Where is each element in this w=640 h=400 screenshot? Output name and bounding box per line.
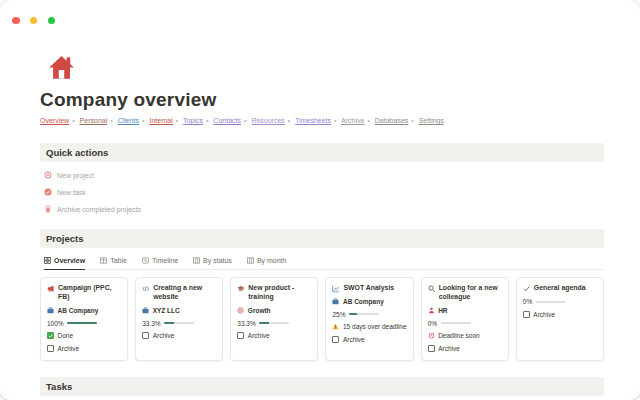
tab-table[interactable]: Table (100, 257, 127, 269)
tab-overview[interactable]: Overview (44, 257, 85, 270)
tab-label: Overview (54, 257, 85, 264)
archive-label: Archive (153, 332, 175, 339)
nav-separator: • (288, 117, 290, 124)
section-heading-projects: Projects (40, 229, 604, 248)
nav-separator: • (206, 117, 208, 124)
grid-icon (44, 257, 51, 264)
archive-checkbox[interactable] (142, 332, 149, 339)
tab-by-month[interactable]: By month (247, 257, 287, 269)
nav-link-timesheets[interactable]: Timesheets (295, 117, 331, 124)
done-label: Done (58, 332, 74, 339)
progress-label: 0% (428, 320, 437, 327)
quick-action-new-project[interactable]: New project (44, 171, 604, 179)
nav-link-personal[interactable]: Personal (80, 117, 108, 124)
tab-timeline[interactable]: Timeline (142, 257, 178, 269)
nav-separator: • (110, 117, 112, 124)
traffic-light-minimize-button[interactable] (30, 17, 38, 25)
quick-action-archive-completed[interactable]: Archive completed projects (44, 205, 604, 213)
graduation-cap-icon (237, 285, 245, 293)
nav-link-topics[interactable]: Topics (183, 117, 203, 124)
project-card-training[interactable]: New product - training Growth 33.3% (230, 277, 318, 361)
nav-separator: • (244, 117, 246, 124)
archive-label: Archive (438, 345, 460, 352)
nav-separator: • (367, 117, 369, 124)
nav-link-archive[interactable]: Archive (341, 117, 364, 124)
timeline-icon (142, 257, 149, 264)
section-heading-label: Projects (46, 233, 84, 244)
quick-action-label: New project (57, 172, 94, 179)
trash-icon (44, 205, 52, 213)
card-client: AB Company (343, 298, 384, 305)
progress-bar (164, 322, 194, 324)
nav-link-contacts[interactable]: Contacts (213, 117, 241, 124)
tab-label: Timeline (152, 257, 178, 264)
progress-label: 25% (332, 311, 345, 318)
page-content: Company overview Overview• Personal• Cli… (0, 54, 640, 396)
nav-link-clients[interactable]: Clients (118, 117, 139, 124)
progress-label: 33.3% (237, 320, 255, 327)
project-card-swot[interactable]: SWOT Analysis AB Company 25% (325, 277, 413, 361)
deadline-soon-label: Deadline soon (438, 332, 480, 339)
archive-label: Archive (533, 311, 555, 318)
nav-link-overview[interactable]: Overview (40, 117, 69, 124)
house-icon[interactable] (48, 54, 75, 81)
quick-action-label: New task (57, 189, 86, 196)
progress-bar (536, 301, 566, 303)
check-glyph (48, 333, 54, 339)
archive-label: Archive (58, 345, 80, 352)
nav-separator: • (334, 117, 336, 124)
tab-label: By status (203, 257, 232, 264)
nav-link-resources[interactable]: Resources (251, 117, 284, 124)
progress-label: 100% (47, 320, 64, 327)
breadcrumb-nav: Overview• Personal• Clients• Internal• T… (40, 116, 604, 126)
project-card-agenda[interactable]: General agenda 0% Archive (516, 277, 604, 361)
table-icon (100, 257, 107, 264)
tab-label: Table (110, 257, 127, 264)
nav-separator: • (142, 117, 144, 124)
card-title: New product - training (248, 284, 311, 302)
megaphone-icon (47, 285, 55, 293)
quick-action-new-task[interactable]: New task (44, 188, 604, 196)
card-client: XYZ LLC (153, 307, 180, 314)
traffic-light-close-button[interactable] (12, 17, 20, 25)
briefcase-icon (332, 298, 339, 305)
archive-checkbox[interactable] (523, 311, 530, 318)
card-tag: HR (438, 307, 447, 314)
done-checkbox[interactable] (47, 332, 54, 339)
tab-by-status[interactable]: By status (193, 257, 232, 269)
project-card-colleague[interactable]: Looking for a new colleague HR 0% (421, 277, 509, 361)
nav-separator: • (72, 117, 74, 124)
line-chart-icon (332, 285, 340, 293)
section-heading-label: Quick actions (46, 147, 108, 158)
plus-circle-icon (44, 171, 52, 179)
tab-label: By month (257, 257, 287, 264)
projects-view-tabs: Overview Table Timeline (40, 257, 604, 270)
person-icon (428, 307, 435, 314)
traffic-light-zoom-button[interactable] (48, 17, 56, 25)
progress-bar (349, 313, 379, 315)
progress-bar (67, 322, 97, 324)
nav-link-databases[interactable]: Databases (375, 117, 408, 124)
archive-checkbox[interactable] (237, 332, 244, 339)
card-title: General agenda (534, 284, 586, 293)
project-card-website[interactable]: Creating a new website XYZ LLC 33.3% Arc… (135, 277, 223, 361)
archive-checkbox[interactable] (332, 336, 339, 343)
card-title: Campaign (PPC, FB) (58, 284, 121, 302)
section-heading-quick-actions: Quick actions (40, 143, 604, 162)
nav-link-internal[interactable]: Internal (149, 117, 172, 124)
code-icon (142, 285, 150, 293)
progress-bar (259, 322, 289, 324)
app-window: Company overview Overview• Personal• Cli… (0, 0, 640, 400)
project-card-campaign[interactable]: Campaign (PPC, FB) AB Company 100% (40, 277, 128, 361)
archive-checkbox[interactable] (428, 345, 435, 352)
alarm-clock-icon (428, 332, 435, 339)
archive-checkbox[interactable] (47, 345, 54, 352)
section-heading-label: Tasks (46, 381, 72, 392)
check-circle-icon (44, 188, 52, 196)
board-icon (193, 257, 200, 264)
deadline-warning-label: 15 days over deadline (343, 323, 407, 330)
archive-label: Archive (343, 336, 365, 343)
nav-link-settings[interactable]: Settings (419, 117, 444, 124)
page-title: Company overview (40, 89, 604, 111)
card-title: Looking for a new colleague (439, 284, 502, 302)
